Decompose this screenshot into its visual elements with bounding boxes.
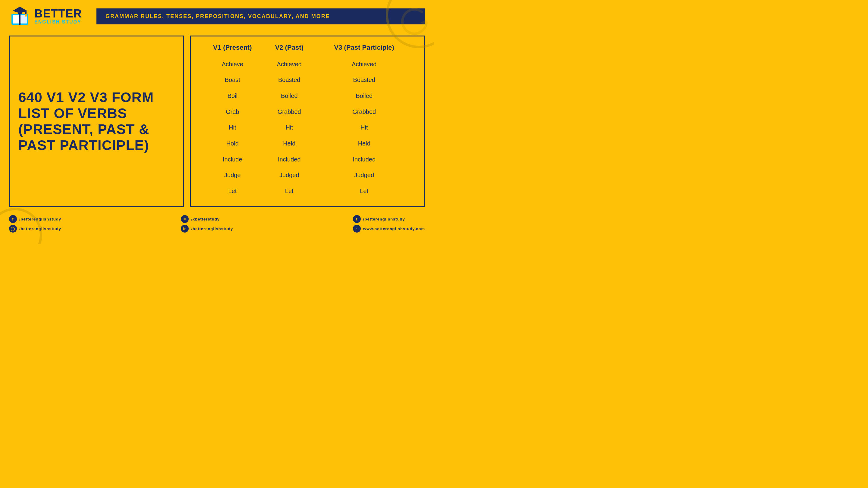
cell-v3: Boiled <box>313 88 415 104</box>
footer-tumblr: t /betterenglishstudy <box>353 215 425 223</box>
cell-v3: Included <box>313 152 415 167</box>
cell-v2: Grabbed <box>265 104 313 120</box>
brand-title: BETTER <box>34 8 82 19</box>
linkedin-handle: /betterenglishstudy <box>191 227 233 231</box>
logo-area: BETTER ENGLISH STUDY <box>9 5 87 27</box>
table-row: AchieveAchievedAchieved <box>200 56 415 72</box>
header-banner: GRAMMAR RULES, TENSES, PREPOSITIONS, VOC… <box>96 8 425 24</box>
cell-v1: Hold <box>200 135 265 152</box>
cell-v3: Judged <box>313 167 415 184</box>
footer-pinterest: ◯ /betterenglishstudy <box>9 225 61 233</box>
cell-v3: Hit <box>313 120 415 136</box>
table-row: JudgeJudgedJudged <box>200 167 415 184</box>
tumblr-handle: /betterenglishstudy <box>363 217 405 221</box>
cell-v3: Let <box>313 183 415 199</box>
cell-v2: Hit <box>265 120 313 136</box>
cell-v2: Held <box>265 135 313 152</box>
cell-v1: Grab <box>200 104 265 120</box>
linkedin-icon: in <box>181 225 189 233</box>
brand-subtitle: ENGLISH STUDY <box>34 19 82 25</box>
cell-v3: Achieved <box>313 56 415 72</box>
cell-v3: Held <box>313 135 415 152</box>
facebook-handle: /betterenglishstudy <box>19 217 61 221</box>
cell-v1: Achieve <box>200 56 265 72</box>
footer-col-1: f /betterenglishstudy ◯ /betterenglishst… <box>9 215 61 233</box>
cell-v1: Include <box>200 152 265 167</box>
logo-icon <box>9 5 31 27</box>
deco-refresh-icon <box>398 6 428 36</box>
col-header-v1: V1 (Present) <box>200 44 265 56</box>
cell-v1: Boast <box>200 72 265 88</box>
footer-col-3: t /betterenglishstudy ◦ www.betterenglis… <box>353 215 425 233</box>
table-row: BoilBoiledBoiled <box>200 88 415 104</box>
cell-v1: Let <box>200 183 265 199</box>
cell-v1: Judge <box>200 167 265 184</box>
table-row: GrabGrabbedGrabbed <box>200 104 415 120</box>
tumblr-icon: t <box>353 215 361 223</box>
col-header-v2: V2 (Past) <box>265 44 313 56</box>
left-title: 640 V1 V2 V3 FORM LIST OF VERBS (PRESENT… <box>19 90 175 153</box>
cell-v2: Achieved <box>265 56 313 72</box>
svg-rect-4 <box>19 14 21 25</box>
header: BETTER ENGLISH STUDY GRAMMAR RULES, TENS… <box>0 0 434 33</box>
cell-v2: Boasted <box>265 72 313 88</box>
logo-text: BETTER ENGLISH STUDY <box>34 8 82 25</box>
footer-facebook: f /betterenglishstudy <box>9 215 61 223</box>
footer-x: ✕ /xbetterstudy <box>181 215 233 223</box>
cell-v2: Let <box>265 183 313 199</box>
pinterest-icon: ◯ <box>9 225 17 233</box>
footer: f /betterenglishstudy ◯ /betterenglishst… <box>0 213 434 237</box>
table-row: HitHitHit <box>200 120 415 136</box>
facebook-icon: f <box>9 215 17 223</box>
footer-col-2: ✕ /xbetterstudy in /betterenglishstudy <box>181 215 233 233</box>
table-row: IncludeIncludedIncluded <box>200 152 415 167</box>
cell-v2: Included <box>265 152 313 167</box>
table-row: BoastBoastedBoasted <box>200 72 415 88</box>
col-header-v3: V3 (Past Participle) <box>313 44 415 56</box>
verb-table: V1 (Present) V2 (Past) V3 (Past Particip… <box>200 44 415 199</box>
table-row: LetLetLet <box>200 183 415 199</box>
main-content: 640 V1 V2 V3 FORM LIST OF VERBS (PRESENT… <box>0 33 434 213</box>
pinterest-handle: /betterenglishstudy <box>19 227 61 231</box>
svg-rect-8 <box>18 12 22 14</box>
svg-rect-2 <box>13 15 19 24</box>
right-panel: V1 (Present) V2 (Past) V3 (Past Particip… <box>190 36 425 207</box>
table-row: HoldHeldHeld <box>200 135 415 152</box>
svg-marker-0 <box>421 20 427 26</box>
cell-v3: Boasted <box>313 72 415 88</box>
cell-v1: Hit <box>200 120 265 136</box>
svg-point-7 <box>25 14 27 17</box>
cell-v2: Boiled <box>265 88 313 104</box>
cell-v2: Judged <box>265 167 313 184</box>
web-icon: ◦ <box>353 225 361 233</box>
x-handle: /xbetterstudy <box>191 217 220 221</box>
footer-linkedin: in /betterenglishstudy <box>181 225 233 233</box>
footer-web: ◦ www.betterenglishstudy.com <box>353 225 425 233</box>
x-icon: ✕ <box>181 215 189 223</box>
cell-v1: Boil <box>200 88 265 104</box>
cell-v3: Grabbed <box>313 104 415 120</box>
left-panel: 640 V1 V2 V3 FORM LIST OF VERBS (PRESENT… <box>9 36 184 207</box>
web-url: www.betterenglishstudy.com <box>363 227 425 231</box>
